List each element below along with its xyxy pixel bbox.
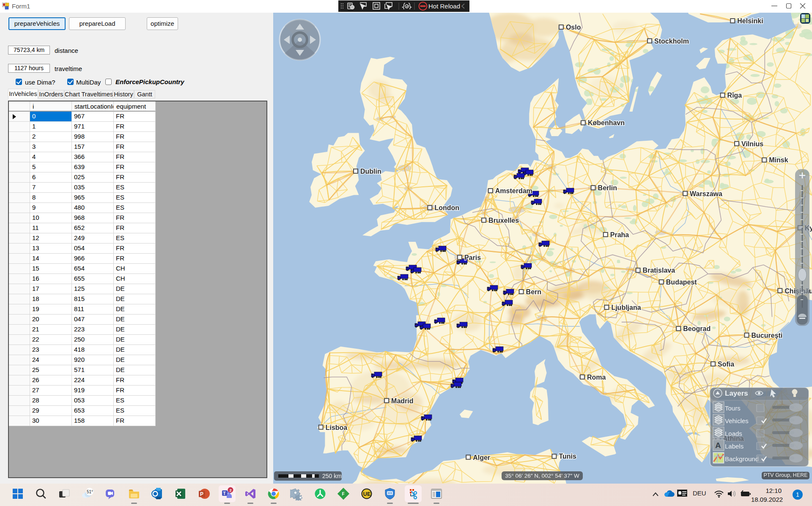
- svg-text:Helsinki: Helsinki: [737, 17, 763, 25]
- svg-text:Sofia: Sofia: [718, 361, 734, 368]
- svg-text:Dublin: Dublin: [360, 168, 381, 175]
- svg-text:P: P: [200, 491, 203, 497]
- svg-text:2: 2: [230, 488, 232, 492]
- svg-text:Vehicles: Vehicles: [725, 417, 749, 424]
- svg-text:Budapest: Budapest: [666, 279, 697, 286]
- svg-text:Oslo: Oslo: [566, 24, 581, 31]
- svg-text:Vilnius: Vilnius: [741, 140, 763, 148]
- svg-text:Bratislava: Bratislava: [643, 267, 675, 274]
- svg-text:Stockholm: Stockholm: [654, 38, 689, 45]
- svg-text:Roma: Roma: [587, 374, 606, 381]
- svg-text:Berlin: Berlin: [598, 184, 617, 191]
- svg-text:A: A: [715, 441, 721, 450]
- svg-text:51°: 51°: [87, 490, 93, 494]
- svg-text:Bruxelles: Bruxelles: [488, 217, 519, 224]
- svg-text:Paris: Paris: [464, 254, 481, 261]
- svg-text:Loads: Loads: [725, 430, 742, 437]
- svg-text:Alger: Alger: [473, 454, 490, 461]
- svg-text:Praha: Praha: [610, 231, 629, 238]
- svg-text:Amsterdam: Amsterdam: [495, 187, 532, 194]
- svg-text:Layers: Layers: [725, 389, 748, 397]
- svg-text:UE: UE: [363, 491, 371, 497]
- svg-text:Hot Reload: Hot Reload: [428, 3, 460, 10]
- svg-text:F: F: [342, 492, 345, 496]
- svg-text:Beograd: Beograd: [683, 325, 710, 332]
- svg-text:Rīga: Rīga: [727, 92, 742, 99]
- svg-text:Background: Background: [725, 455, 759, 462]
- svg-text:London: London: [434, 204, 459, 211]
- svg-text:Tunis: Tunis: [559, 453, 576, 460]
- svg-text:Bern: Bern: [526, 288, 541, 295]
- svg-text:København: København: [588, 119, 625, 126]
- svg-text:Bucureşti: Bucureşti: [752, 332, 783, 339]
- svg-text:T: T: [223, 491, 226, 496]
- svg-text:Minsk: Minsk: [769, 156, 788, 164]
- svg-text:Madrid: Madrid: [391, 397, 413, 405]
- svg-text:Lisboa: Lisboa: [326, 424, 348, 431]
- svg-text:Warszawa: Warszawa: [690, 190, 722, 197]
- svg-text:Tours: Tours: [725, 405, 741, 412]
- svg-text:Ljubljana: Ljubljana: [611, 304, 641, 311]
- svg-text:250 km: 250 km: [322, 473, 342, 479]
- svg-text:Labels: Labels: [725, 443, 743, 450]
